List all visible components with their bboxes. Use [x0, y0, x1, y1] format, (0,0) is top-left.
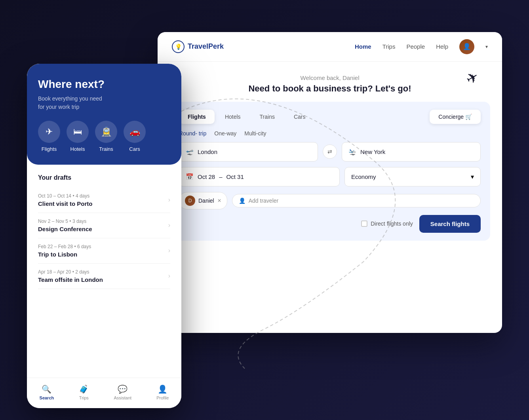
draft-name: Team offsite in London	[38, 276, 103, 283]
mobile-nav-cars[interactable]: 🚗 Cars	[124, 121, 146, 152]
flights-circle-icon: ✈	[38, 121, 60, 143]
trips-icon: 🧳	[79, 384, 89, 394]
date-to: Oct 31	[226, 173, 244, 180]
origin-destination-row: 🛫 London ⇄ 🛬 New York	[179, 142, 481, 162]
nav-help[interactable]: Help	[436, 43, 448, 50]
desktop-nav: 💡 TravelPerk Home Trips People Help 👤 ▾	[158, 32, 502, 62]
logo-area: 💡 TravelPerk	[172, 40, 224, 53]
chevron-down-icon: ▾	[471, 173, 474, 181]
search-tabs: Flights Hotels Trains Cars Concierge 🛒	[179, 110, 481, 124]
trains-circle-icon: 🚊	[95, 121, 117, 143]
bottom-nav-profile[interactable]: 👤 Profile	[156, 384, 169, 400]
remove-traveler-button[interactable]: ✕	[217, 198, 221, 203]
calendar-icon: 📅	[186, 173, 194, 181]
list-item[interactable]: Oct 10 – Oct 14 • 4 days Client visit to…	[38, 188, 170, 213]
bottom-nav-search-label: Search	[40, 395, 54, 400]
trip-type-row: Round- trip One-way Multi-city	[179, 130, 481, 137]
mobile-nav-icons: ✈ Flights 🛏 Hotels 🚊 Trains 🚗 Cars	[38, 121, 170, 152]
hotels-icon-label: Hotels	[70, 146, 85, 152]
direct-flights-option[interactable]: Direct flights only	[361, 220, 413, 227]
search-area: Flights Hotels Trains Cars Concierge 🛒 R…	[169, 102, 490, 241]
origin-value: London	[198, 148, 217, 155]
search-flights-button[interactable]: Search flights	[419, 215, 481, 233]
date-class-row: 📅 Oct 28 – Oct 31 Economy ▾	[179, 167, 481, 186]
hero-title: Need to book a business trip? Let's go!	[158, 84, 502, 94]
date-field[interactable]: 📅 Oct 28 – Oct 31	[179, 167, 340, 186]
profile-icon: 👤	[158, 384, 167, 394]
trains-icon-label: Trains	[99, 146, 113, 152]
bottom-nav-assistant[interactable]: 💬 Assistant	[114, 384, 131, 400]
draft-name: Client visit to Porto	[38, 200, 93, 207]
bottom-nav-trips-label: Trips	[79, 395, 89, 400]
logo-text: TravelPerk	[188, 42, 224, 51]
cars-icon-label: Cars	[129, 146, 140, 152]
drafts-title: Your drafts	[38, 174, 170, 181]
origin-field[interactable]: 🛫 London	[179, 142, 318, 162]
mobile-nav-trains[interactable]: 🚊 Trains	[95, 121, 117, 152]
bottom-nav-assistant-label: Assistant	[114, 395, 131, 400]
desktop-card: 💡 TravelPerk Home Trips People Help 👤 ▾ …	[158, 32, 502, 333]
list-item[interactable]: Feb 22 – Feb 28 • 6 days Trip to Lisbon …	[38, 238, 170, 264]
bottom-nav-profile-label: Profile	[156, 395, 169, 400]
tab-hotels[interactable]: Hotels	[216, 110, 249, 124]
mobile-nav-hotels[interactable]: 🛏 Hotels	[67, 121, 89, 152]
assistant-icon: 💬	[118, 384, 127, 394]
cabin-class-value: Economy	[351, 173, 376, 180]
bottom-nav-trips[interactable]: 🧳 Trips	[79, 384, 89, 400]
nav-trips[interactable]: Trips	[382, 43, 396, 50]
one-way-link[interactable]: One-way	[214, 130, 236, 137]
arrival-icon: 🛬	[348, 148, 356, 156]
destination-field[interactable]: 🛬 New York	[342, 142, 481, 162]
traveler-avatar: D	[185, 196, 195, 206]
add-traveler-field[interactable]: 👤 Add traveler	[232, 194, 481, 207]
chevron-right-icon: ›	[168, 222, 170, 229]
destination-value: New York	[360, 148, 385, 155]
departure-icon: 🛫	[186, 148, 194, 156]
mobile-body: Your drafts Oct 10 – Oct 14 • 4 days Cli…	[27, 165, 181, 298]
draft-meta: Feb 22 – Feb 28 • 6 days	[38, 244, 91, 249]
bottom-nav-search[interactable]: 🔍 Search	[40, 384, 54, 400]
chevron-down-icon[interactable]: ▾	[485, 44, 488, 49]
nav-people[interactable]: People	[406, 43, 425, 50]
mobile-bottom-nav: 🔍 Search 🧳 Trips 💬 Assistant 👤 Profile	[27, 378, 181, 408]
list-item[interactable]: Nov 2 – Nov 5 • 3 days Design Conference…	[38, 213, 170, 238]
mobile-header-subtitle: Book everything you needfor your work tr…	[38, 95, 170, 111]
nav-home[interactable]: Home	[355, 43, 371, 50]
multi-city-link[interactable]: Multi-city	[244, 130, 266, 137]
draft-meta: Oct 10 – Oct 14 • 4 days	[38, 193, 93, 199]
mobile-header-title: Where next?	[38, 78, 170, 91]
tab-trains[interactable]: Trains	[251, 110, 284, 124]
flights-icon-label: Flights	[42, 146, 57, 152]
add-traveler-icon: 👤	[239, 198, 245, 204]
cabin-class-field[interactable]: Economy ▾	[344, 167, 481, 186]
draft-name: Trip to Lisbon	[38, 251, 91, 258]
chevron-right-icon: ›	[168, 247, 170, 254]
round-trip-link[interactable]: Round- trip	[179, 130, 206, 137]
draft-name: Design Conference	[38, 226, 92, 232]
desktop-hero: Welcome back, Daniel Need to book a busi…	[158, 62, 502, 102]
mobile-header: Where next? Book everything you needfor …	[27, 64, 181, 165]
list-item[interactable]: Apr 18 – Apr 20 • 2 days Team offsite in…	[38, 264, 170, 289]
traveler-row: D Daniel ✕ 👤 Add traveler	[179, 192, 481, 209]
logo-icon: 💡	[172, 40, 185, 53]
mobile-card: Where next? Book everything you needfor …	[27, 64, 181, 408]
chevron-right-icon: ›	[168, 196, 170, 203]
tab-concierge[interactable]: Concierge 🛒	[430, 110, 481, 124]
tab-cars[interactable]: Cars	[285, 110, 314, 124]
hotels-circle-icon: 🛏	[67, 121, 89, 143]
traveler-name: Daniel	[198, 198, 214, 204]
add-traveler-label: Add traveler	[249, 198, 278, 204]
date-separator: –	[219, 173, 222, 180]
search-icon: 🔍	[42, 384, 51, 394]
swap-button[interactable]: ⇄	[323, 144, 337, 159]
avatar[interactable]: 👤	[459, 39, 474, 54]
mobile-nav-flights[interactable]: ✈ Flights	[38, 121, 60, 152]
direct-flights-checkbox[interactable]	[361, 220, 367, 227]
chevron-right-icon: ›	[168, 272, 170, 279]
nav-links: Home Trips People Help 👤 ▾	[355, 39, 488, 54]
date-from: Oct 28	[198, 173, 215, 180]
draft-meta: Apr 18 – Apr 20 • 2 days	[38, 269, 103, 275]
tab-flights[interactable]: Flights	[179, 110, 215, 124]
traveler-chip: D Daniel ✕	[179, 192, 227, 209]
welcome-text: Welcome back, Daniel	[158, 74, 502, 81]
